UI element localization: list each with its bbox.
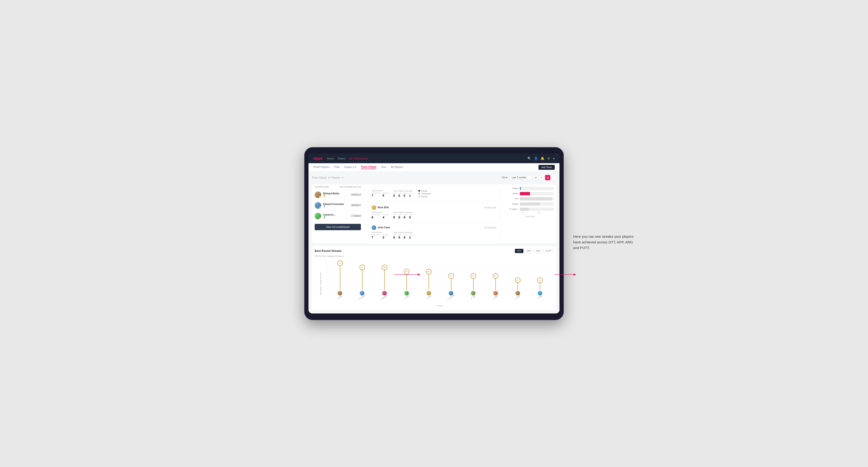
grid-view-button[interactable]: ⊞ bbox=[533, 175, 538, 180]
chart-bars: Eagles 3 Birdies 96 bbox=[507, 187, 554, 211]
bar-label: Birdies bbox=[507, 192, 519, 195]
settings-icon[interactable]: ⚙ bbox=[547, 157, 550, 160]
pb-avg: 103 bbox=[357, 215, 361, 217]
player-cards-section: Total Rounds Tournament 7 Practice bbox=[367, 184, 501, 243]
streaks-section: Best Round Streaks OTT APP ARG PUTT Off … bbox=[312, 246, 556, 310]
streaks-header: Best Round Streaks OTT APP ARG PUTT bbox=[315, 249, 553, 253]
card-date: 26 Aug 2023 bbox=[484, 226, 496, 229]
player-name-label: M. Miller bbox=[493, 295, 498, 299]
card-header: Rees Britt 02 Sep 2023 bbox=[371, 205, 496, 210]
bar-row-dbogeys: D. Bogeys + 131 bbox=[507, 208, 554, 211]
tab-all-players[interactable]: All Players bbox=[391, 165, 403, 169]
grid-lines bbox=[327, 260, 553, 290]
list-item: D. Billingham bbox=[373, 291, 395, 298]
rank-badge: 1 bbox=[319, 196, 321, 198]
nav-teams[interactable]: Teams bbox=[338, 157, 345, 160]
bar-track: 96 bbox=[520, 192, 554, 195]
show-section: Show Last 3 months ⊞ ≡ ▤ ⋮ bbox=[502, 175, 556, 180]
table-row[interactable]: 3 Cameron... 🥉 17/20 103 bbox=[312, 211, 364, 221]
player-name: Richard Butler bbox=[323, 192, 339, 195]
card-date: 02 Sep 2023 bbox=[484, 206, 496, 209]
x-axis-label: Players bbox=[327, 303, 553, 307]
bar-fill bbox=[520, 197, 552, 200]
streak-bubble: 7x bbox=[337, 260, 343, 266]
view-leaderboard-button[interactable]: View Full Leaderboard bbox=[315, 224, 361, 230]
nav-actions: 🔍 👤 🔔 ⚙ ● bbox=[527, 157, 555, 160]
leaderboard-header: PLAYER NAME PB SCORE PB AVG SQ bbox=[312, 184, 364, 190]
list-item: E. Ebert bbox=[329, 291, 351, 298]
table-row[interactable]: 1 Richard Butler 🏆 19/20 110 bbox=[312, 190, 364, 200]
avatar: 1 bbox=[315, 191, 321, 198]
player-card: Josh Coles 26 Aug 2023 Total Rounds Tour… bbox=[368, 223, 499, 241]
bar-track: 499 bbox=[520, 197, 554, 200]
tab-ott[interactable]: OTT bbox=[515, 249, 523, 253]
player-avatars-row: E. Ebert B. McHerg D. Billingham bbox=[327, 290, 553, 298]
bar-row-bogeys: Bogeys 311 bbox=[507, 203, 554, 206]
rounds-legend: Rounds Tournament Practice bbox=[418, 188, 431, 199]
list-item: E. Crossman bbox=[440, 291, 462, 298]
player-name-label: C. Quick bbox=[537, 295, 542, 299]
chart-content: 7x 6x bbox=[327, 260, 553, 307]
total-rounds-label: Total Rounds bbox=[371, 190, 389, 192]
nav-bar: clippd Home Teams My Performance 🔍 👤 🔔 ⚙… bbox=[309, 154, 559, 163]
player-name: Edward Crossman bbox=[323, 203, 344, 206]
bar-track: 311 bbox=[520, 203, 554, 206]
bar-label: Eagles bbox=[507, 187, 519, 189]
tab-putt[interactable]: PUTT bbox=[544, 249, 554, 253]
pb-score: 19/20 bbox=[351, 193, 357, 196]
bar-fill bbox=[520, 192, 530, 195]
player-name-label: J. Coles bbox=[404, 295, 409, 299]
list-item: J. Coles bbox=[396, 291, 418, 298]
avatar-icon[interactable]: ● bbox=[553, 157, 555, 160]
bar-fill bbox=[520, 187, 521, 190]
streaks-title: Best Round Streaks bbox=[315, 249, 342, 253]
player-name-label: R. Britt bbox=[427, 295, 431, 299]
tab-hcaps[interactable]: Hcaps 1-5 bbox=[344, 165, 356, 169]
player-card: Rees Britt 02 Sep 2023 Total Rounds Tour… bbox=[368, 203, 499, 221]
view-icons: ⊞ ≡ ▤ ⋮ bbox=[533, 175, 556, 180]
tab-pgat-players[interactable]: PGAT Players bbox=[313, 165, 330, 169]
team-header: Team Clippd 14 Players ✏ Show Last 3 mon… bbox=[312, 175, 556, 180]
user-icon[interactable]: 👤 bbox=[534, 157, 538, 160]
edit-icon[interactable]: ✏ bbox=[342, 176, 343, 179]
list-item: C. Quick bbox=[529, 291, 551, 298]
bell-icon[interactable]: 🔔 bbox=[540, 157, 545, 160]
player-name-label: R. Butler bbox=[515, 295, 520, 299]
card-view-button[interactable]: ▤ bbox=[545, 175, 550, 180]
tab-arg[interactable]: ARG bbox=[534, 249, 543, 253]
period-select[interactable]: Last 3 months bbox=[509, 175, 531, 180]
avatar: 3 bbox=[315, 213, 321, 219]
tab-tour[interactable]: Tour bbox=[381, 165, 386, 169]
add-team-button[interactable]: Add Team bbox=[538, 165, 555, 170]
bar-row-eagles: Eagles 3 bbox=[507, 187, 554, 190]
tab-app[interactable]: APP bbox=[524, 249, 533, 253]
table-row[interactable]: 2 Edward Crossman 🥈 18/20 107 bbox=[312, 200, 364, 211]
bar-track: 3 bbox=[520, 187, 554, 190]
card-header: Josh Coles 26 Aug 2023 bbox=[371, 225, 496, 230]
tab-team-clippd[interactable]: Team Clippd bbox=[361, 165, 376, 169]
list-item: B. McHerg bbox=[351, 291, 373, 298]
logo: clippd bbox=[313, 157, 322, 160]
nav-my-performance[interactable]: My Performance bbox=[349, 157, 368, 160]
rank-badge: 3 bbox=[319, 217, 321, 219]
nav-home[interactable]: Home bbox=[327, 157, 334, 160]
bar-fill bbox=[520, 203, 540, 206]
top-section: PLAYER NAME PB SCORE PB AVG SQ 1 bbox=[312, 184, 556, 243]
list-view-button[interactable]: ≡ bbox=[539, 175, 545, 180]
player-info: 2 Edward Crossman 🥈 bbox=[315, 202, 351, 209]
y-axis-container: Best Streak, Fairway Accuracy bbox=[315, 260, 327, 307]
rank-badge: 2 bbox=[319, 206, 321, 209]
streak-tabs: OTT APP ARG PUTT bbox=[515, 249, 553, 253]
annotation: Here you can see streaks your players ha… bbox=[573, 234, 639, 251]
pb-score: 17/20 bbox=[351, 215, 357, 217]
y-axis-label: Best Streak, Fairway Accuracy bbox=[320, 272, 321, 295]
tab-pga[interactable]: PGA bbox=[334, 165, 340, 169]
chart-x-label: Total Shots bbox=[507, 215, 554, 217]
detail-view-button[interactable]: ⋮ bbox=[551, 175, 556, 180]
chart-plot-area: 7x 6x bbox=[327, 260, 553, 290]
search-icon[interactable]: 🔍 bbox=[527, 157, 531, 160]
player-name-label: E. Ebert bbox=[337, 295, 342, 299]
chart-x-axis: 0 200 400 bbox=[507, 212, 554, 214]
bar-fill bbox=[520, 208, 529, 211]
list-item: R. Britt bbox=[418, 291, 440, 298]
